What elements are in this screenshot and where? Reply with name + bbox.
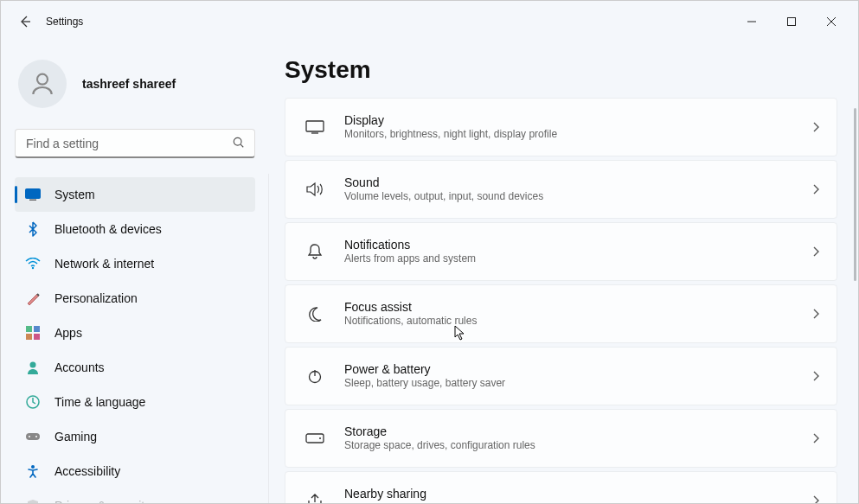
card-body: Storage Storage space, drives, configura… — [344, 424, 812, 453]
card-storage[interactable]: Storage Storage space, drives, configura… — [285, 409, 837, 468]
nav-list: System Bluetooth & devices Network & int… — [15, 177, 255, 504]
search-container — [15, 129, 255, 158]
chevron-right-icon — [812, 495, 819, 503]
nav-item-accounts[interactable]: Accounts — [15, 350, 255, 385]
window-controls — [732, 8, 851, 35]
nav-label: System — [54, 188, 95, 201]
card-title: Display — [344, 112, 812, 128]
card-focus-assist[interactable]: Focus assist Notifications, automatic ru… — [285, 284, 837, 343]
card-nearby-sharing[interactable]: Nearby sharing Discoverability, received… — [285, 471, 837, 503]
nav-item-personalization[interactable]: Personalization — [15, 281, 255, 316]
page-title: System — [285, 56, 837, 84]
nav-item-system[interactable]: System — [15, 177, 255, 212]
card-notifications[interactable]: Notifications Alerts from apps and syste… — [285, 222, 837, 281]
svg-rect-9 — [34, 334, 40, 340]
card-desc: Monitors, brightness, night light, displ… — [344, 128, 812, 142]
minimize-button[interactable] — [732, 8, 772, 35]
username: tashreef shareef — [82, 77, 176, 91]
power-icon — [303, 368, 327, 384]
card-desc: Notifications, automatic rules — [344, 315, 812, 329]
system-icon — [25, 187, 41, 202]
card-desc: Volume levels, output, input, sound devi… — [344, 190, 812, 204]
wifi-icon — [25, 256, 41, 271]
close-icon — [827, 17, 836, 26]
nav-label: Accounts — [54, 360, 105, 374]
gamepad-icon — [25, 429, 41, 444]
card-display[interactable]: Display Monitors, brightness, night ligh… — [285, 98, 837, 156]
shield-icon — [25, 498, 41, 504]
svg-point-13 — [29, 436, 30, 437]
chevron-right-icon — [812, 371, 819, 381]
search-input[interactable] — [15, 129, 255, 158]
svg-point-14 — [35, 436, 37, 437]
nav-item-gaming[interactable]: Gaming — [15, 419, 255, 454]
moon-icon — [303, 306, 327, 322]
svg-point-5 — [32, 267, 34, 269]
svg-point-1 — [37, 74, 48, 85]
scrollbar[interactable] — [854, 108, 856, 281]
person-icon — [29, 70, 56, 98]
nav-label: Personalization — [54, 291, 138, 305]
clock-globe-icon — [25, 394, 41, 410]
chevron-right-icon — [812, 309, 819, 319]
bell-icon — [303, 243, 327, 260]
svg-point-15 — [31, 465, 35, 469]
card-body: Nearby sharing Discoverability, received… — [344, 486, 812, 503]
display-icon — [303, 120, 327, 134]
close-button[interactable] — [811, 8, 851, 35]
chevron-right-icon — [812, 433, 819, 443]
nav-item-bluetooth[interactable]: Bluetooth & devices — [15, 212, 255, 246]
avatar — [18, 60, 67, 108]
card-body: Notifications Alerts from apps and syste… — [344, 237, 812, 266]
storage-icon — [303, 433, 327, 443]
accessibility-icon — [25, 463, 41, 479]
nav-label: Time & language — [54, 395, 145, 409]
card-body: Power & battery Sleep, battery usage, ba… — [344, 361, 812, 391]
svg-rect-0 — [788, 18, 796, 26]
nav-item-time-language[interactable]: Time & language — [15, 385, 255, 419]
nav-label: Network & internet — [54, 257, 154, 271]
card-body: Display Monitors, brightness, night ligh… — [344, 112, 812, 142]
back-button[interactable] — [8, 4, 42, 39]
paintbrush-icon — [25, 290, 41, 306]
nav-label: Apps — [54, 326, 82, 340]
svg-point-10 — [30, 362, 36, 368]
nav-label: Accessibility — [54, 464, 120, 478]
nav-item-accessibility[interactable]: Accessibility — [15, 454, 255, 488]
maximize-button[interactable] — [772, 8, 811, 35]
nav-item-network[interactable]: Network & internet — [15, 246, 255, 281]
chevron-right-icon — [812, 184, 819, 195]
chevron-right-icon — [812, 122, 819, 132]
card-power-battery[interactable]: Power & battery Sleep, battery usage, ba… — [285, 347, 837, 405]
card-sound[interactable]: Sound Volume levels, output, input, soun… — [285, 160, 837, 219]
sidebar: tashreef shareef System Bluetooth & devi… — [1, 42, 269, 503]
svg-point-2 — [234, 137, 241, 145]
share-icon — [303, 493, 327, 503]
content-area: System Display Monitors, brightness, nig… — [269, 42, 858, 503]
maximize-icon — [787, 17, 796, 26]
settings-cards: Display Monitors, brightness, night ligh… — [285, 98, 837, 503]
svg-point-19 — [319, 437, 321, 439]
svg-rect-4 — [29, 200, 36, 201]
svg-rect-6 — [26, 326, 32, 332]
card-desc: Sleep, battery usage, battery saver — [344, 377, 812, 391]
nav-label: Privacy & security — [54, 499, 151, 504]
arrow-left-icon — [18, 15, 32, 29]
card-title: Sound — [344, 175, 812, 190]
nav-label: Gaming — [54, 430, 97, 443]
card-desc: Alerts from apps and system — [344, 252, 812, 266]
apps-icon — [25, 325, 41, 341]
card-desc: Discoverability, received files location — [344, 501, 812, 503]
user-profile[interactable]: tashreef shareef — [15, 56, 255, 112]
minimize-icon — [747, 17, 756, 26]
card-title: Notifications — [344, 237, 812, 252]
titlebar: Settings — [1, 1, 858, 42]
nav-item-privacy[interactable]: Privacy & security — [15, 488, 255, 504]
search-icon — [233, 137, 245, 149]
window-title: Settings — [46, 16, 83, 28]
account-icon — [25, 360, 41, 375]
svg-rect-12 — [26, 433, 40, 440]
svg-rect-16 — [306, 121, 324, 131]
nav-item-apps[interactable]: Apps — [15, 316, 255, 350]
chevron-right-icon — [812, 246, 819, 257]
